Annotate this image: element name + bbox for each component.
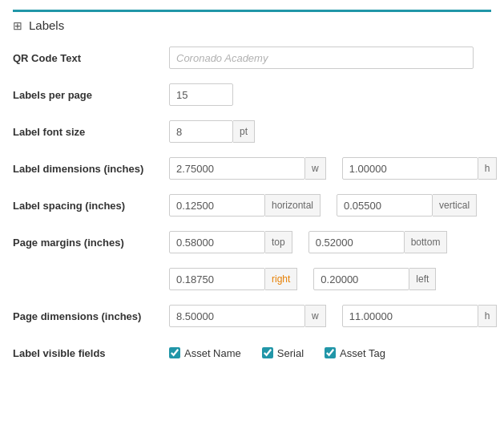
label-spacing-v-field: vertical bbox=[337, 194, 477, 217]
label-spacing-label: Label spacing (inches) bbox=[13, 200, 169, 212]
page-dimensions-label: Page dimensions (inches) bbox=[13, 310, 169, 322]
page-dimensions-fields: w h bbox=[169, 305, 497, 327]
page-dim-w-unit: w bbox=[305, 305, 326, 327]
qr-code-input[interactable] bbox=[169, 47, 474, 69]
label-dim-h-input[interactable] bbox=[342, 157, 478, 180]
font-size-field-with-unit: pt bbox=[169, 120, 255, 143]
asset-tag-checkbox-label: Asset Tag bbox=[340, 347, 385, 359]
labels-per-page-input[interactable] bbox=[169, 83, 233, 106]
label-spacing-v-unit: vertical bbox=[433, 194, 477, 217]
label-dim-h-unit: h bbox=[478, 157, 498, 180]
page-margin-left-unit: left bbox=[409, 268, 436, 290]
label-dim-w-field: w bbox=[169, 157, 326, 180]
section-header: ⊞ Labels bbox=[13, 10, 491, 32]
label-font-size-input[interactable] bbox=[169, 120, 233, 143]
label-dim-w-unit: w bbox=[305, 157, 326, 180]
asset-name-checkbox-item: Asset Name bbox=[169, 347, 241, 359]
page-dim-w-input[interactable] bbox=[169, 305, 305, 327]
serial-checkbox-item: Serial bbox=[262, 347, 304, 359]
label-dim-w-input[interactable] bbox=[169, 157, 305, 180]
label-dim-h-field: h bbox=[342, 157, 498, 180]
label-dimensions-row: Label dimensions (inches) w h bbox=[13, 156, 491, 181]
page-margin-left-input[interactable] bbox=[313, 268, 409, 290]
asset-tag-checkbox-item: Asset Tag bbox=[325, 347, 385, 359]
page-margin-bottom-input[interactable] bbox=[308, 231, 405, 253]
label-dimensions-label: Label dimensions (inches) bbox=[13, 163, 169, 175]
page-dim-h-field: h bbox=[342, 305, 498, 327]
asset-name-checkbox-label: Asset Name bbox=[184, 347, 241, 359]
font-size-unit: pt bbox=[233, 120, 255, 143]
page-margins-fields-right: right left bbox=[169, 268, 491, 290]
qr-code-row: QR Code Text bbox=[13, 45, 491, 71]
page-margin-top-unit: top bbox=[265, 231, 292, 253]
page-margins-fields-top: top bottom bbox=[169, 231, 491, 253]
page-margin-top-field: top bbox=[169, 231, 292, 253]
page-margin-bottom-unit: bottom bbox=[405, 231, 448, 253]
section-title: Labels bbox=[29, 18, 64, 32]
label-visible-fields-label: Label visible fields bbox=[13, 347, 169, 359]
labels-per-page-row: Labels per page bbox=[13, 82, 491, 107]
page-margins-label: Page margins (inches) bbox=[13, 237, 169, 249]
page-margin-right-unit: right bbox=[265, 268, 297, 290]
page-margin-right-input[interactable] bbox=[169, 268, 265, 290]
label-font-size-field-area: pt bbox=[169, 120, 491, 143]
label-spacing-h-field: horizontal bbox=[169, 194, 321, 217]
page-margins-row: Page margins (inches) top bottom bbox=[13, 229, 491, 255]
page-dim-w-field: w bbox=[169, 305, 326, 327]
page-margins-right-left-row: right left bbox=[13, 266, 491, 292]
serial-checkbox[interactable] bbox=[262, 347, 273, 358]
page-dim-h-input[interactable] bbox=[342, 305, 478, 327]
page-margin-top-input[interactable] bbox=[169, 231, 265, 253]
serial-checkbox-label: Serial bbox=[277, 347, 304, 359]
page-dim-h-unit: h bbox=[478, 305, 498, 327]
label-font-size-row: Label font size pt bbox=[13, 119, 491, 144]
label-spacing-v-input[interactable] bbox=[337, 194, 433, 217]
label-visible-fields-row: Label visible fields Asset Name Serial A… bbox=[13, 340, 491, 366]
page-margin-right-field: right bbox=[169, 268, 297, 290]
asset-tag-checkbox[interactable] bbox=[325, 347, 336, 358]
label-visible-fields-area: Asset Name Serial Asset Tag bbox=[169, 347, 491, 359]
label-spacing-fields: horizontal vertical bbox=[169, 194, 491, 217]
label-spacing-h-input[interactable] bbox=[169, 194, 265, 217]
page-dimensions-row: Page dimensions (inches) w h bbox=[13, 303, 491, 329]
asset-name-checkbox[interactable] bbox=[169, 347, 180, 358]
label-spacing-row: Label spacing (inches) horizontal vertic… bbox=[13, 192, 491, 218]
label-spacing-h-unit: horizontal bbox=[265, 194, 321, 217]
qr-code-label: QR Code Text bbox=[13, 52, 169, 64]
qr-code-field-area bbox=[169, 47, 491, 69]
checkbox-row: Asset Name Serial Asset Tag bbox=[169, 347, 401, 359]
labels-per-page-label: Labels per page bbox=[13, 89, 169, 101]
labels-per-page-field-area bbox=[169, 83, 491, 106]
label-font-size-label: Label font size bbox=[13, 126, 169, 138]
label-dimensions-fields: w h bbox=[169, 157, 497, 180]
labels-icon: ⊞ bbox=[13, 19, 22, 32]
page-margin-bottom-field: bottom bbox=[308, 231, 448, 253]
page-margin-left-field: left bbox=[313, 268, 436, 290]
